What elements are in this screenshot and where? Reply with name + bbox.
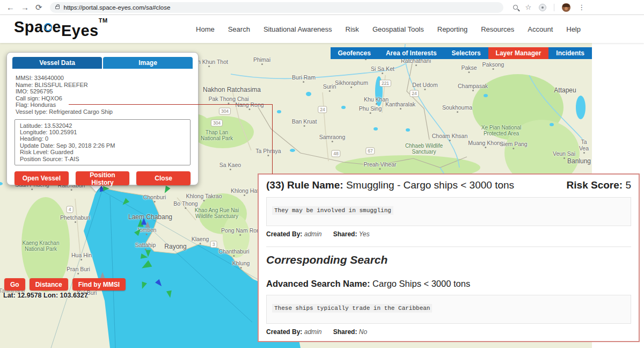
main-nav: HomeSearchSituational AwarenessRiskGeosp…: [196, 15, 581, 43]
nav-item-reporting[interactable]: Reporting: [437, 25, 467, 33]
vessel-popup-tabs: Vessel Data Image: [12, 57, 193, 69]
section-divider: [266, 247, 631, 247]
position-field: Risk Level: Guarded: [20, 149, 185, 155]
tab-vessel-data[interactable]: Vessel Data: [12, 57, 102, 69]
zoom-icon[interactable]: [513, 5, 518, 10]
vessel-field: IMO: 5296795: [16, 88, 189, 95]
forward-icon[interactable]: →: [21, 3, 29, 12]
back-icon[interactable]: ←: [6, 3, 14, 12]
lock-icon: [55, 6, 60, 9]
page: ← → ⟳ https://portal.space-eyes.com/sa#c…: [0, 0, 644, 348]
nav-item-resources[interactable]: Resources: [481, 25, 514, 33]
rule-name-value: Smuggling - Cargo ships < 3000 tons: [343, 179, 514, 191]
road-badge: 4: [67, 206, 74, 213]
road-badge: 3: [210, 241, 217, 248]
logo-text-3: Eyes: [61, 22, 99, 40]
browser-chrome: ← → ⟳ https://portal.space-eyes.com/sa#c…: [0, 0, 644, 15]
profile-avatar[interactable]: [562, 3, 570, 12]
reload-icon[interactable]: ⟳: [35, 3, 42, 12]
open-vessel-button[interactable]: Open Vessel: [14, 171, 69, 185]
position-field: Latitude: 13.532042: [20, 122, 185, 129]
vessel-popup-buttons: Open Vessel Position History Close: [14, 171, 191, 185]
shared-value: Yes: [359, 230, 370, 238]
road-badge: 304: [219, 108, 231, 115]
vessel-field: Flag: Honduras: [16, 102, 189, 108]
vessel-popup: Vessel Data Image MMSI: 334640000Name: B…: [6, 52, 199, 185]
url-text[interactable]: https://portal.space-eyes.com/sa#close: [64, 4, 171, 11]
vessel-field: Call sign: HQXO6: [16, 95, 189, 102]
rule-meta: Created By: admin Shared: Yes: [266, 230, 631, 238]
rule-header: (33) Rule Name: Smuggling - Cargo ships …: [266, 179, 631, 191]
distance-button[interactable]: Distance: [30, 278, 68, 291]
toolbar-geofences[interactable]: Geofences: [331, 47, 378, 59]
nav-item-risk[interactable]: Risk: [346, 25, 359, 33]
vessel-marker[interactable]: [145, 221, 150, 228]
toolbar-layer-manager[interactable]: Layer Manager: [488, 47, 549, 59]
logo-text-2: e: [52, 18, 61, 35]
position-field: Position Source: T-AIS: [20, 156, 185, 162]
rule-connector-line: [69, 104, 273, 105]
nav-item-situational-awareness[interactable]: Situational Awareness: [264, 25, 332, 33]
rule-description: They may be involved in smuggling: [272, 206, 393, 215]
road-badge: 24: [318, 106, 327, 113]
risk-score-value: 5: [623, 179, 631, 191]
rule-details-panel: (33) Rule Name: Smuggling - Cargo ships …: [258, 173, 640, 342]
logo-text: Spa: [14, 18, 43, 35]
toolbar-incidents[interactable]: Incidents: [548, 47, 592, 59]
nav-item-geospatial-tools[interactable]: Geospatial Tools: [372, 25, 424, 33]
map-controls: GoDistanceFind by MMSI: [4, 278, 126, 291]
vessel-fields: MMSI: 334640000Name: BLISSFUL REEFERIMO:…: [16, 75, 189, 115]
browser-menu-icon[interactable]: ⋮: [578, 3, 585, 11]
vessel-position-box: Latitude: 13.532042Longitude: 100.25991H…: [14, 119, 191, 165]
map-toolbar: GeofencesArea of InterestsSelectorsLayer…: [331, 47, 592, 59]
road-badge: 67: [365, 148, 375, 155]
shared-label-2: Shared:: [333, 328, 357, 336]
vessel-marker[interactable]: [166, 291, 173, 299]
vessel-field: MMSI: 334640000: [16, 75, 189, 82]
road-badge: 24: [409, 90, 419, 97]
logo-tm: TM: [99, 17, 108, 24]
created-by-value: admin: [304, 230, 322, 238]
extension-icon[interactable]: [539, 4, 546, 11]
cursor-latlon: Lat: 12.9578 Lon: 103.6327: [3, 292, 88, 299]
created-by-label: Created By:: [266, 230, 302, 238]
advanced-search-row: Advanced Search Name: Cargo Ships < 3000…: [266, 279, 631, 289]
position-field: Heading: 0: [20, 135, 185, 142]
space-eyes-logo[interactable]: SpaceEyesTM: [14, 18, 108, 36]
logo-c-mark: c: [43, 18, 53, 36]
search-description-box: These ships typically trade in the Carib…: [266, 295, 631, 324]
vessel-marker[interactable]: [103, 186, 109, 191]
road-badge: 304: [211, 120, 223, 127]
shared-value-2: No: [359, 328, 367, 336]
position-field: Update Date: Sep 30, 2018 2:26 PM: [20, 142, 185, 149]
created-by-label-2: Created By:: [266, 328, 302, 336]
search-description: These ships typically trade in the Carib…: [272, 304, 432, 313]
close-button[interactable]: Close: [136, 171, 191, 185]
tab-image[interactable]: Image: [103, 57, 193, 69]
divider: [554, 4, 554, 11]
vessel-marker[interactable]: [141, 253, 149, 260]
road-badge: 48: [331, 150, 340, 157]
search-meta: Created By: admin Shared: No: [266, 328, 631, 336]
road-badge: 221: [379, 80, 391, 87]
rule-connector-line-vertical: [272, 104, 273, 174]
toolbar-area-of-interests[interactable]: Area of Interests: [378, 47, 444, 59]
bookmark-star-icon[interactable]: ☆: [525, 3, 532, 11]
advanced-search-label: Advanced Search Name:: [266, 279, 370, 288]
vessel-field: Vessel type: Refrigerated Cargo Ship: [16, 108, 189, 115]
toolbar-selectors[interactable]: Selectors: [444, 47, 488, 59]
position-history-button[interactable]: Position History: [76, 171, 130, 185]
rule-name-label: (33) Rule Name:: [266, 179, 343, 191]
shared-label: Shared:: [333, 230, 357, 238]
corresponding-search-title: Corresponding Search: [266, 253, 631, 266]
created-by-value-2: admin: [304, 328, 322, 336]
go-button[interactable]: Go: [4, 278, 25, 291]
address-bar[interactable]: https://portal.space-eyes.com/sa#close: [50, 2, 503, 13]
nav-item-help[interactable]: Help: [566, 25, 581, 33]
find-by-mmsi-button[interactable]: Find by MMSI: [72, 278, 126, 291]
nav-item-search[interactable]: Search: [228, 25, 250, 33]
nav-item-account[interactable]: Account: [528, 25, 553, 33]
site-header: SpaceEyesTM HomeSearchSituational Awaren…: [0, 15, 644, 43]
nav-item-home[interactable]: Home: [196, 25, 215, 33]
risk-score-label: Risk Score:: [567, 179, 623, 191]
